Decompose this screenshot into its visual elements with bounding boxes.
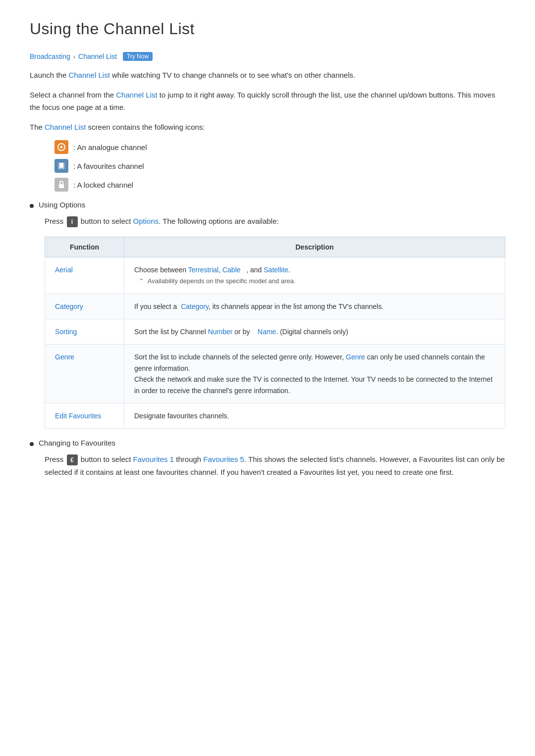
icons-section: : An analogue channel : A favourites cha… bbox=[54, 140, 505, 192]
favourites-1-link[interactable]: Favourites 1 bbox=[133, 455, 174, 463]
changing-favourites-bullet: Changing to Favourites bbox=[30, 439, 505, 447]
analogue-icon-box bbox=[54, 140, 68, 154]
table-row-sorting: Sorting Sort the list by Channel Number … bbox=[45, 319, 505, 345]
page-title: Using the Channel List bbox=[30, 20, 505, 38]
table-row-category: Category If you select a Category, its c… bbox=[45, 294, 505, 319]
aerial-note: " Availability depends on the specific m… bbox=[134, 276, 495, 287]
table-desc-sorting: Sort the list by Channel Number or by Na… bbox=[124, 319, 505, 345]
changing-favourites-label: Changing to Favourites bbox=[39, 439, 115, 447]
channel-list-link-2[interactable]: Channel List bbox=[116, 91, 157, 99]
locked-icon bbox=[57, 180, 66, 189]
table-desc-category: If you select a Category, its channels a… bbox=[124, 294, 505, 319]
table-desc-aerial: Choose between Terrestrial, Cable , and … bbox=[124, 257, 505, 294]
try-now-badge[interactable]: Try Now bbox=[123, 52, 153, 61]
breadcrumb: Broadcasting › Channel List Try Now bbox=[30, 52, 505, 61]
favourites-5-link[interactable]: Favourites 5 bbox=[203, 455, 244, 463]
favourites-icon-box bbox=[54, 159, 68, 173]
terrestrial-link[interactable]: Terrestrial bbox=[188, 266, 218, 274]
genre-link[interactable]: Genre bbox=[346, 353, 365, 361]
changing-favourites-sub: Press £ button to select Favourites 1 th… bbox=[45, 453, 505, 478]
options-table: Function Description Aerial Choose betwe… bbox=[45, 237, 505, 429]
table-function-category[interactable]: Category bbox=[45, 294, 124, 319]
paragraph-1: Launch the Channel List while watching T… bbox=[30, 69, 505, 82]
satellite-link[interactable]: Satellite bbox=[264, 266, 288, 274]
breadcrumb-broadcasting[interactable]: Broadcasting bbox=[30, 52, 70, 60]
paragraph-3: The Channel List screen contains the fol… bbox=[30, 121, 505, 134]
table-function-edit-favourites[interactable]: Edit Favourites bbox=[45, 403, 124, 429]
cable-link[interactable]: Cable bbox=[222, 266, 241, 274]
svg-rect-2 bbox=[59, 184, 64, 188]
using-options-label: Using Options bbox=[39, 201, 85, 209]
table-row-edit-favourites: Edit Favourites Designate favourites cha… bbox=[45, 403, 505, 429]
changing-favourites-section: Changing to Favourites Press £ button to… bbox=[30, 439, 505, 478]
using-options-text: Press i button to select Options. The fo… bbox=[45, 215, 505, 228]
table-function-genre[interactable]: Genre bbox=[45, 345, 124, 403]
breadcrumb-channel-list[interactable]: Channel List bbox=[78, 52, 117, 60]
category-link[interactable]: Category bbox=[181, 302, 209, 310]
locked-icon-box bbox=[54, 178, 68, 192]
icon-row-favourites: : A favourites channel bbox=[54, 159, 505, 173]
pound-button: £ bbox=[67, 454, 78, 465]
paragraph-2: Select a channel from the Channel List t… bbox=[30, 89, 505, 114]
using-options-bullet: Using Options bbox=[30, 201, 505, 209]
table-function-sorting[interactable]: Sorting bbox=[45, 319, 124, 345]
name-link[interactable]: Name bbox=[258, 328, 276, 336]
icon-row-locked: : A locked channel bbox=[54, 178, 505, 192]
channel-list-link-1[interactable]: Channel List bbox=[68, 71, 109, 79]
bullet-dot-2 bbox=[30, 442, 34, 446]
favourites-icon bbox=[57, 161, 66, 170]
table-desc-genre: Sort the list to include channels of the… bbox=[124, 345, 505, 403]
channel-list-link-3[interactable]: Channel List bbox=[45, 123, 86, 131]
using-options-section: Using Options Press i button to select O… bbox=[30, 201, 505, 228]
locked-icon-label: : A locked channel bbox=[73, 181, 133, 189]
table-row-genre: Genre Sort the list to include channels … bbox=[45, 345, 505, 403]
i-button: i bbox=[67, 216, 78, 227]
analogue-icon-label: : An analogue channel bbox=[73, 143, 147, 151]
table-desc-edit-favourites: Designate favourites channels. bbox=[124, 403, 505, 429]
breadcrumb-separator: › bbox=[73, 53, 75, 60]
options-link[interactable]: Options bbox=[133, 217, 159, 225]
table-header-function: Function bbox=[45, 237, 124, 257]
table-header-description: Description bbox=[124, 237, 505, 257]
icon-row-analogue: : An analogue channel bbox=[54, 140, 505, 154]
using-options-sub: Press i button to select Options. The fo… bbox=[45, 215, 505, 228]
analogue-icon bbox=[57, 143, 66, 151]
bullet-dot-1 bbox=[30, 204, 34, 208]
table-row-aerial: Aerial Choose between Terrestrial, Cable… bbox=[45, 257, 505, 294]
number-link[interactable]: Number bbox=[208, 328, 233, 336]
table-function-aerial[interactable]: Aerial bbox=[45, 257, 124, 294]
table-header-row: Function Description bbox=[45, 237, 505, 257]
changing-favourites-text: Press £ button to select Favourites 1 th… bbox=[45, 453, 505, 478]
favourites-icon-label: : A favourites channel bbox=[73, 162, 144, 170]
